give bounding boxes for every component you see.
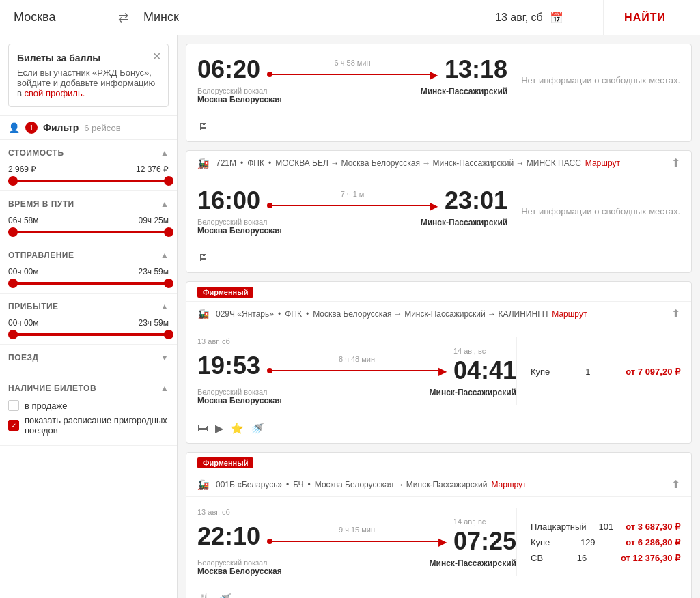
time-slider[interactable] [8,231,169,233]
arr-station-block-1: Минск-Пассажирский [421,87,507,104]
seat-price-3-0: от 7 097,20 ₽ [626,367,680,377]
cost-max: 12 376 ₽ [136,165,169,174]
filter-section-departure-header[interactable]: ОТПРАВЛЕНИЕ ▲ [8,251,169,260]
departure-thumb-right[interactable] [164,279,173,288]
seat-count-3-0: 1 [578,367,598,377]
train-times-3: 13 авг, сб 19:53 8 ч 48 мин ▶ [197,337,516,405]
separator-3b: • [306,309,309,319]
train-times-2: 16:00 7 ч 1 м ▶ 23:01 [197,186,507,236]
departure-thumb-left[interactable] [8,279,18,288]
filter-section-arrival-header[interactable]: ПРИБЫТИЕ ▲ [8,302,169,311]
bonus-link[interactable]: свой профиль. [25,88,85,98]
checkbox-sale[interactable] [8,400,19,411]
time-thumb-left[interactable] [8,227,18,237]
filter-time-range: 06ч 58м 09ч 25м [8,216,169,225]
train-amenities-4: 🍴 🚿 [186,587,691,598]
amenity-food-icon: 🍴 [197,593,211,598]
filter-section-time-header[interactable]: ВРЕМЯ В ПУТИ ▲ [8,199,169,209]
train-route-link-4[interactable]: Маршрут [491,480,526,489]
filter-time-arrow: ▲ [160,199,169,209]
arr-time-1: 13:18 [445,55,507,84]
arrival-slider[interactable] [8,333,169,336]
swap-icon[interactable]: ⇄ [109,10,137,25]
train-route-link-3[interactable]: Маршрут [552,309,587,319]
seat-row-3-0[interactable]: Купе 1 от 7 097,20 ₽ [531,364,680,380]
cost-slider[interactable] [8,180,169,182]
checkbox-schedule-item: ✓ показать расписание пригородных поездо… [8,415,169,436]
dep-station-name-4: Москва Белорусская [197,567,282,576]
arr-station-name-2: Минск-Пассажирский [421,218,507,227]
filter-count: 6 рейсов [84,123,120,133]
station-row-2: Белорусский вокзал Москва Белорусская Ми… [197,218,507,236]
dep-date-4: 13 авг, сб [197,508,516,516]
dep-station-label-1: Белорусский вокзал [197,87,282,95]
dep-dot-3 [267,368,272,373]
line-3 [272,370,438,371]
city-to[interactable]: Минск [137,10,481,25]
filter-section-tickets: НАЛИЧИЕ БИЛЕТОВ ▲ в продаже ✓ показать р… [0,375,177,446]
amenity-shower-icon: 🚿 [251,422,264,435]
arr-date-4: 14 авг, вс [453,517,516,526]
filter-section-departure: ОТПРАВЛЕНИЕ ▲ 00ч 00м 23ч 59м [0,242,177,294]
filter-badge: 1 [25,122,38,134]
train-icon-3: 🚂 [197,309,209,319]
train-info-bar-4: 🚂 001Б «Беларусь» • БЧ • Москва Белорусс… [186,472,691,497]
bonus-text: Если вы участник «РЖД Бонус», войдите и … [17,68,160,98]
dep-station-label-3: Белорусский вокзал [197,388,282,396]
train-info-bar-2: 🚂 721М • ФПК • МОСКВА БЕЛ → Москва Белор… [186,151,691,175]
filter-cost-title: СТОИМОСТЬ [8,148,64,158]
station-row-3: Белорусский вокзал Москва Белорусская Ми… [197,388,516,405]
date-field[interactable]: 13 авг, сб 📅 [481,0,604,35]
seat-row-4-0[interactable]: Плацкартный 101 от 3 687,30 ₽ [531,519,680,535]
timeline-2: ▶ [267,199,438,212]
bonus-close-button[interactable]: ✕ [152,50,161,63]
city-from[interactable]: Москва [14,10,109,25]
seat-price-4-1: от 6 286,80 ₽ [626,537,680,547]
duration-text-3: 8 ч 48 мин [339,355,375,363]
filter-section-tickets-header[interactable]: НАЛИЧИЕ БИЛЕТОВ ▲ [8,384,169,393]
filter-departure-range: 00ч 00м 23ч 59м [8,267,169,276]
filter-train-title: ПОЕЗД [8,353,39,362]
seat-type-4-2: СВ [531,553,543,563]
arrow-4: ▶ [438,535,447,548]
separator-3: • [278,309,281,319]
seat-price-4-0: от 3 687,30 ₽ [626,522,680,532]
share-icon-2[interactable]: ⬆ [671,156,680,169]
date-text: 13 авг, сб [495,12,543,24]
time-thumb-right[interactable] [164,227,173,237]
seat-count-4-1: 129 [578,537,598,547]
dep-station-block-1: Белорусский вокзал Москва Белорусская [197,87,282,104]
arrival-thumb-right[interactable] [164,330,173,339]
filter-section-cost-header[interactable]: СТОИМОСТЬ ▲ [8,148,169,158]
arr-station-block-3: Минск-Пассажирский [430,388,516,405]
train-route-link-2[interactable]: Маршрут [585,158,620,168]
filter-label[interactable]: Фильтр [43,122,79,133]
checkbox-sale-item: в продаже [8,400,169,411]
filter-section-train: ПОЕЗД ▼ [0,345,177,375]
arrival-thumb-left[interactable] [8,330,18,339]
departure-slider[interactable] [8,282,169,285]
firmenny-badge-4: Фирменный [197,457,253,468]
train-time-row-1: 06:20 6 ч 58 мин ▶ 13:18 [197,55,507,84]
filter-section-cost: СТОИМОСТЬ ▲ 2 969 ₽ 12 376 ₽ [0,140,177,191]
checkbox-schedule[interactable]: ✓ [8,420,19,431]
arr-station-block-4: Минск-Пассажирский [430,558,516,576]
cost-thumb-right[interactable] [164,176,173,186]
amenity-shower-icon-4: 🚿 [218,593,232,598]
filter-section-train-header[interactable]: ПОЕЗД ▼ [8,353,169,362]
search-button[interactable]: НАЙТИ [604,0,686,35]
share-icon-4[interactable]: ⬆ [671,478,680,491]
timeline-3: ▶ [267,365,447,378]
amenity-screen-icon-2: 🖥 [197,252,208,264]
share-icon-3[interactable]: ⬆ [671,307,680,320]
seat-row-4-1[interactable]: Купе 129 от 6 286,80 ₽ [531,535,680,550]
checkbox-schedule-label: показать расписание пригородных поездов [25,415,169,436]
sidebar: Билеты за баллы Если вы участник «РЖД Бо… [0,35,178,598]
seat-row-4-2[interactable]: СВ 16 от 12 376,30 ₽ [531,550,680,566]
train-company-4: БЧ [293,480,303,489]
cost-thumb-left[interactable] [8,176,18,186]
train-time-row-2: 16:00 7 ч 1 м ▶ 23:01 [197,186,507,215]
filter-arrival-range: 00ч 00м 23ч 59м [8,318,169,328]
arrival-slider-fill [8,333,169,336]
amenity-screen-icon: 🖥 [197,121,208,133]
